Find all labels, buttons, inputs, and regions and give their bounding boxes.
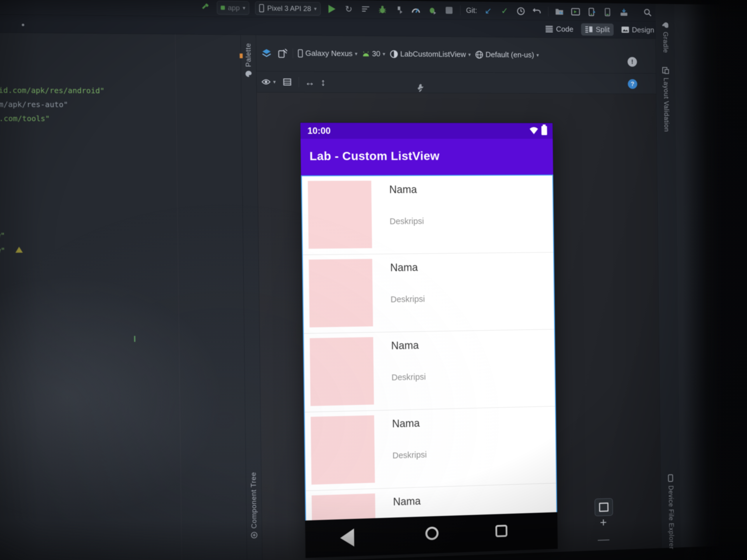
back-button-icon[interactable] — [354, 530, 366, 545]
list-item[interactable]: Nama Deskripsi — [303, 252, 554, 334]
palette-tool-button[interactable]: Palette — [240, 43, 257, 110]
device-manager-icon[interactable] — [587, 6, 597, 18]
design-surface-layers-icon[interactable] — [261, 47, 272, 59]
locale-selector[interactable]: Default (en-us) ▾ — [475, 50, 539, 59]
design-canvas[interactable]: 10:00 Lab - Custom ListView Nama Deskrip… — [257, 92, 662, 560]
gradle-tool-button[interactable]: Gradle — [656, 22, 675, 53]
search-icon[interactable] — [643, 7, 653, 18]
git-update-icon[interactable]: ↙ — [483, 5, 493, 16]
list-item[interactable]: Nama Deskripsi — [305, 406, 556, 491]
design-toolbar-row2: ▾ ↔ ↕ — [257, 71, 656, 94]
chevron-down-icon: ▾ — [383, 51, 385, 57]
item-subtitle: Deskripsi — [392, 450, 427, 460]
design-image-icon — [621, 26, 629, 33]
device-file-explorer-label: Device File Explorer — [667, 485, 675, 550]
stop-icon[interactable] — [443, 5, 455, 16]
mode-split[interactable]: Split — [581, 23, 614, 35]
profile-app-bug-icon[interactable] — [427, 4, 438, 16]
android-studio-window: app ▾ Pixel 3 API 28 ▾ ↻ — [0, 0, 735, 560]
phone-app-bar: Lab - Custom ListView — [301, 139, 553, 175]
chevron-down-icon: ▾ — [355, 50, 357, 57]
orientation-horizontal-icon[interactable]: ↔ — [305, 77, 315, 87]
api-version-selector[interactable]: 30 ▾ — [362, 49, 385, 59]
design-tools-wrench-icon[interactable] — [416, 83, 424, 92]
chevron-down-icon: ▾ — [314, 5, 317, 12]
logcat-icon[interactable] — [570, 6, 581, 17]
api-label: 30 — [372, 49, 381, 58]
theme-selector[interactable]: LabCustomListView ▾ — [390, 49, 471, 59]
layout-validation-tool-button[interactable]: Layout Validation — [656, 67, 676, 132]
git-revert-icon[interactable] — [532, 5, 543, 17]
project-folders-icon[interactable] — [554, 6, 565, 17]
help-badge[interactable]: ? — [628, 79, 637, 89]
git-commit-check-icon[interactable]: ✓ — [499, 5, 510, 16]
device-preview[interactable]: 10:00 Lab - Custom ListView Nama Deskrip… — [300, 123, 558, 558]
device-mirroring-icon[interactable] — [602, 6, 613, 18]
code-fragment: t" — [0, 216, 0, 225]
code-fragment: id.com/tools" — [0, 114, 50, 123]
module-icon — [221, 5, 225, 10]
item-image-placeholder — [308, 181, 372, 249]
component-tree-tool-button[interactable]: Component Tree — [246, 472, 262, 557]
editor-margin-guide — [175, 34, 182, 560]
phone-status-bar: 10:00 — [300, 123, 553, 139]
orientation-icon[interactable] — [277, 48, 288, 59]
fit-screen-icon — [599, 503, 609, 512]
attach-debugger-icon[interactable] — [394, 4, 405, 15]
component-tree-icon — [251, 531, 258, 539]
toolbar-separator — [299, 77, 299, 87]
android-head-icon — [362, 51, 370, 56]
gradle-label: Gradle — [662, 32, 669, 53]
code-fragment: ew" — [0, 231, 5, 240]
theme-label: LabCustomListView — [400, 50, 466, 59]
zoom-in-button[interactable]: + — [595, 516, 612, 531]
chevron-down-icon: ▾ — [273, 78, 276, 85]
run-config-combo[interactable]: app ▾ — [217, 1, 249, 15]
run-tasks-icon[interactable] — [360, 3, 371, 15]
layout-validation-icon — [662, 67, 669, 74]
split-view-icon — [585, 26, 593, 33]
zoom-out-button[interactable]: — — [595, 532, 613, 547]
view-options-button[interactable]: ▾ — [261, 78, 276, 85]
mode-design-label: Design — [632, 25, 654, 34]
code-fragment: com/apk/res-auto" — [0, 100, 68, 109]
device-combo[interactable]: Pixel 3 API 28 ▾ — [255, 1, 320, 16]
mode-code[interactable]: Code — [541, 23, 577, 35]
design-toolbar-row1: Galaxy Nexus ▾ 30 ▾ LabCustomListView ▾ … — [256, 35, 656, 74]
device-file-explorer-tool-button[interactable]: Device File Explorer — [661, 474, 681, 550]
battery-icon — [541, 126, 547, 135]
device-for-preview-selector[interactable]: Galaxy Nexus ▾ — [298, 49, 357, 58]
editor-mode-switcher: Code Split Design — [541, 22, 658, 37]
build-hammer-icon[interactable] — [200, 2, 211, 13]
run-button[interactable] — [326, 3, 337, 14]
listview[interactable]: Nama Deskripsi Nama Deskripsi Nama Deskr… — [301, 175, 557, 521]
chevron-down-icon: ▾ — [243, 5, 246, 11]
code-fragment: roid.com/apk/res/android" — [0, 86, 104, 95]
zoom-to-fit-button[interactable] — [594, 498, 613, 516]
render-issues-badge[interactable]: ! — [628, 57, 637, 66]
status-time: 10:00 — [307, 126, 331, 136]
device-selector-label: Pixel 3 API 28 — [267, 4, 311, 13]
gradle-elephant-icon — [661, 22, 669, 29]
theme-icon — [390, 50, 398, 58]
sdk-manager-icon[interactable] — [619, 7, 629, 18]
item-title: Nama — [390, 261, 418, 274]
mode-design[interactable]: Design — [617, 23, 658, 36]
item-image-placeholder — [309, 259, 373, 327]
item-title: Nama — [393, 495, 421, 508]
rerun-icon[interactable]: ↻ — [343, 3, 354, 15]
palette-icon — [244, 70, 252, 78]
list-item[interactable]: Nama Deskripsi — [304, 329, 555, 412]
orientation-vertical-icon[interactable]: ↕ — [321, 77, 326, 87]
editor-caret — [134, 336, 135, 342]
phone-icon — [259, 4, 264, 12]
blueprint-grid-icon[interactable] — [282, 76, 293, 87]
recents-button-icon[interactable] — [495, 525, 508, 537]
home-button-icon[interactable] — [425, 527, 439, 540]
list-item[interactable]: Nama Deskripsi — [302, 176, 553, 255]
photo-of-monitor: app ▾ Pixel 3 API 28 ▾ ↻ — [0, 0, 747, 560]
git-history-clock-icon[interactable] — [516, 5, 526, 17]
item-title: Nama — [389, 183, 417, 196]
debug-bug-icon[interactable] — [377, 4, 388, 15]
profiler-gauge-icon[interactable] — [410, 4, 421, 15]
